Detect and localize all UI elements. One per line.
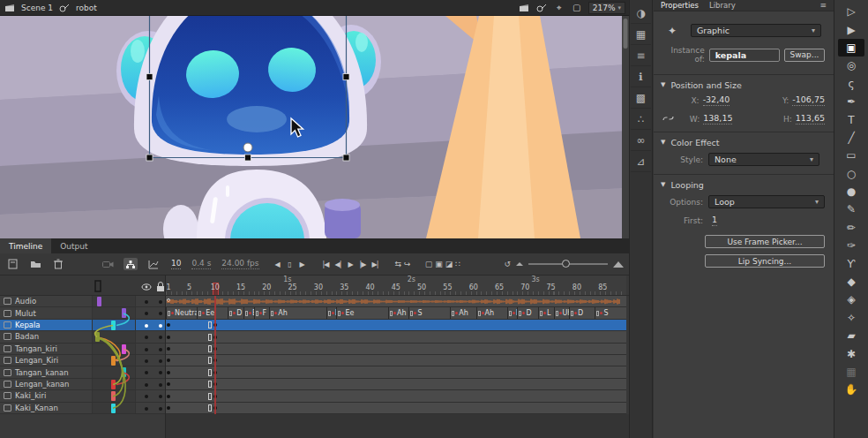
phoneme-keyframe-d[interactable]: D [326, 307, 337, 318]
loop-range-button[interactable]: ⇆ [395, 260, 402, 268]
link-width-height-icon[interactable] [662, 114, 674, 125]
layer-parent-zone[interactable] [92, 307, 136, 318]
layer-parent-zone[interactable] [92, 366, 136, 377]
layer-name[interactable]: Lengan_Kiri [15, 356, 58, 365]
phoneme-keyframe-s[interactable]: S [595, 307, 625, 318]
layer-visibility-dot[interactable] [145, 371, 148, 374]
layer-visibility-dot[interactable] [145, 359, 148, 363]
step-back-button[interactable]: ◀ [272, 261, 283, 268]
free-transform-tool[interactable]: ▣ [838, 39, 864, 57]
frames-row-badan[interactable] [166, 331, 626, 343]
phoneme-keyframe-neutral[interactable]: Neutral [166, 307, 197, 318]
keyframe-dot[interactable] [167, 406, 170, 410]
frame-rate[interactable]: 24.00 fps [221, 259, 258, 269]
timeline-zoom-knob[interactable] [562, 260, 570, 268]
layer-lock-dot[interactable] [159, 336, 162, 339]
frame-span[interactable] [166, 344, 626, 354]
phoneme-keyframe-d[interactable]: D [228, 307, 243, 318]
align-panel-icon[interactable]: ≡ [631, 46, 651, 66]
section-looping[interactable]: ▼ Looping [654, 178, 834, 191]
transformation-point[interactable] [243, 143, 252, 152]
polystar-tool[interactable]: ● [838, 183, 864, 200]
phoneme-keyframe-ee[interactable]: Ee [197, 307, 228, 318]
phoneme-keyframe-m[interactable]: M [507, 307, 518, 318]
layer-row-kaki_kanan[interactable]: Kaki_Kanan [0, 403, 165, 414]
frame-span[interactable] [166, 366, 626, 377]
edit-scene-icon[interactable] [518, 3, 530, 13]
timeline-zoom-out-icon[interactable] [516, 262, 523, 266]
current-frame-number[interactable]: 10 [171, 259, 181, 269]
layer-parent-swatch[interactable] [97, 297, 101, 306]
layer-row-kepala[interactable]: Kepala [0, 320, 165, 331]
pencil-tool[interactable]: ✎ [838, 200, 864, 218]
layer-name[interactable]: Mulut [15, 309, 36, 318]
info-panel-icon[interactable]: ℹ [631, 67, 651, 87]
phoneme-keyframe-ah[interactable]: Ah [476, 307, 507, 318]
lip-syncing-button[interactable]: Lip Syncing... [705, 254, 825, 268]
layer-depth-icon[interactable] [146, 258, 161, 270]
layer-parent-swatch[interactable] [122, 308, 126, 318]
transform-panel-icon[interactable]: ▩ [631, 88, 651, 109]
phoneme-keyframe-ee[interactable]: Ee [243, 307, 254, 318]
frames-row-tangan_kiri[interactable] [166, 344, 626, 355]
layer-parent-swatch[interactable] [122, 344, 126, 354]
next-frame-button[interactable]: |▶ [357, 261, 369, 268]
rectangle-tool[interactable]: ▭ [838, 147, 864, 164]
elapsed-time[interactable]: 0.4 s [191, 259, 211, 269]
empty-keyframe[interactable] [208, 345, 212, 352]
paint-brush-tool[interactable]: ✑ [838, 237, 864, 254]
empty-keyframe[interactable] [208, 321, 212, 328]
frame-span[interactable] [166, 320, 626, 330]
empty-keyframe[interactable] [208, 357, 212, 364]
text-tool[interactable]: T [838, 110, 864, 128]
layer-parent-zone[interactable] [92, 344, 136, 354]
layer-visibility-dot[interactable] [145, 336, 148, 339]
layer-parenting-view-icon[interactable] [123, 258, 138, 270]
keyframe-dot[interactable] [167, 336, 170, 339]
phoneme-keyframe-l[interactable]: L [538, 307, 554, 318]
frame-span[interactable] [166, 390, 626, 401]
stage-zoom-control[interactable]: 217% ▾ [588, 2, 625, 14]
previous-frame-button[interactable]: ◀| [333, 261, 344, 268]
modify-markers-button[interactable]: ∷ [455, 260, 460, 268]
edit-symbol-icon[interactable] [535, 3, 548, 13]
tab-library[interactable]: Library [709, 1, 736, 10]
frames-row-tangan_kanan[interactable] [166, 366, 626, 378]
stage-canvas[interactable] [0, 16, 629, 238]
layer-visibility-dot[interactable] [145, 348, 148, 351]
phoneme-keyframe-s[interactable]: S [408, 307, 450, 318]
delete-layer-icon[interactable] [51, 258, 65, 270]
layer-lock-dot[interactable] [159, 348, 162, 351]
layer-visibility-dot[interactable] [145, 407, 148, 411]
phoneme-keyframe-d[interactable]: D [517, 307, 537, 318]
layer-name[interactable]: Kaki_kiri [15, 391, 46, 400]
timeline-zoom-in-icon[interactable] [613, 261, 624, 268]
brush-library-icon[interactable]: ∴ [631, 110, 651, 130]
eyedropper-tool[interactable]: ✧ [838, 309, 864, 327]
layer-visibility-dot[interactable] [145, 300, 148, 304]
step-forward-button[interactable]: ▶ [296, 261, 308, 268]
layer-lock-dot[interactable] [159, 359, 162, 363]
layer-parent-swatch[interactable] [111, 380, 116, 389]
hand-tool[interactable]: ✋ [838, 381, 864, 398]
layer-name[interactable]: Audio [15, 297, 36, 306]
pen-tool[interactable]: ✒ [838, 93, 864, 110]
layer-visibility-dot[interactable] [145, 324, 148, 328]
first-frame-value[interactable]: 1 [712, 215, 717, 226]
layer-row-mulut[interactable]: Mulut [0, 307, 165, 319]
phoneme-keyframe-d[interactable]: D [569, 307, 595, 318]
layer-visibility-dot[interactable] [145, 383, 148, 387]
frames-row-audio[interactable] [166, 296, 626, 307]
line-tool[interactable]: ╱ [838, 129, 864, 147]
layer-lock-dot[interactable] [159, 300, 162, 304]
use-frame-picker-button[interactable]: Use Frame Picker... [705, 235, 825, 248]
panel-menu-icon[interactable]: ≡ [819, 1, 827, 10]
frames-row-kepala[interactable] [166, 320, 626, 331]
frame-ruler[interactable]: 1s2s3s1510152025303540455055606570758085 [166, 276, 626, 295]
swatches-panel-icon[interactable]: ▦ [631, 25, 651, 45]
camera-tool[interactable]: ▦ [838, 363, 864, 381]
h-value[interactable]: 113,65 [796, 113, 825, 125]
layer-lock-dot[interactable] [159, 312, 162, 315]
phoneme-keyframe-ee[interactable]: Ee [336, 307, 388, 318]
tab-timeline[interactable]: Timeline [0, 238, 51, 253]
